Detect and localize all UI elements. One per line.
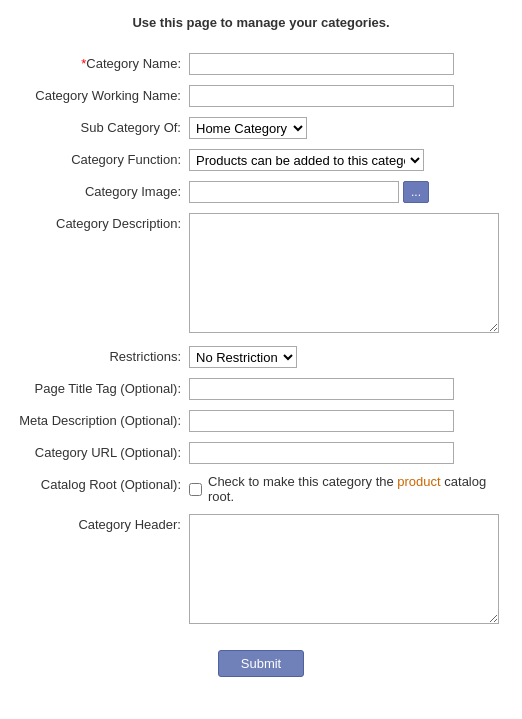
image-row-container: ... — [189, 181, 508, 203]
page-title: Use this page to manage your categories. — [10, 15, 512, 30]
category-function-select[interactable]: Products can be added to this category — [189, 149, 424, 171]
submit-button[interactable]: Submit — [218, 650, 304, 677]
sub-category-cell: Home Category — [185, 112, 512, 144]
page-title-tag-label: Page Title Tag (Optional): — [10, 373, 185, 405]
page-wrapper: Use this page to manage your categories.… — [0, 0, 522, 692]
category-working-name-cell — [185, 80, 512, 112]
catalog-root-text: Check to make this category the product … — [208, 474, 508, 504]
restrictions-label: Restrictions: — [10, 341, 185, 373]
catalog-root-label: Catalog Root (Optional): — [10, 469, 185, 509]
category-working-name-row: Category Working Name: — [10, 80, 512, 112]
catalog-root-row: Catalog Root (Optional): Check to make t… — [10, 469, 512, 509]
restrictions-row: Restrictions: No Restriction — [10, 341, 512, 373]
category-image-cell: ... — [185, 176, 512, 208]
catalog-root-container: Check to make this category the product … — [189, 474, 508, 504]
category-description-textarea[interactable] — [189, 213, 499, 333]
meta-description-cell — [185, 405, 512, 437]
category-function-row: Category Function: Products can be added… — [10, 144, 512, 176]
category-url-row: Category URL (Optional): — [10, 437, 512, 469]
category-header-textarea[interactable] — [189, 514, 499, 624]
category-image-label: Category Image: — [10, 176, 185, 208]
page-title-tag-input[interactable] — [189, 378, 454, 400]
meta-description-input[interactable] — [189, 410, 454, 432]
page-title-tag-row: Page Title Tag (Optional): — [10, 373, 512, 405]
submit-row: Submit — [10, 650, 512, 677]
catalog-root-checkbox[interactable] — [189, 483, 202, 496]
page-title-tag-cell — [185, 373, 512, 405]
category-image-row: Category Image: ... — [10, 176, 512, 208]
browse-button[interactable]: ... — [403, 181, 429, 203]
restrictions-select[interactable]: No Restriction — [189, 346, 297, 368]
category-header-cell — [185, 509, 512, 632]
category-description-cell — [185, 208, 512, 341]
category-name-input[interactable] — [189, 53, 454, 75]
category-function-cell: Products can be added to this category — [185, 144, 512, 176]
category-name-row: *Category Name: — [10, 48, 512, 80]
sub-category-label: Sub Category Of: — [10, 112, 185, 144]
category-working-name-label: Category Working Name: — [10, 80, 185, 112]
catalog-root-cell: Check to make this category the product … — [185, 469, 512, 509]
sub-category-row: Sub Category Of: Home Category — [10, 112, 512, 144]
category-description-label: Category Description: — [10, 208, 185, 341]
category-header-label: Category Header: — [10, 509, 185, 632]
category-image-input[interactable] — [189, 181, 399, 203]
category-name-cell — [185, 48, 512, 80]
restrictions-cell: No Restriction — [185, 341, 512, 373]
category-function-label: Category Function: — [10, 144, 185, 176]
category-url-cell — [185, 437, 512, 469]
category-url-input[interactable] — [189, 442, 454, 464]
category-form: *Category Name: Category Working Name: S… — [10, 48, 512, 632]
category-url-label: Category URL (Optional): — [10, 437, 185, 469]
meta-description-row: Meta Description (Optional): — [10, 405, 512, 437]
category-description-row: Category Description: — [10, 208, 512, 341]
category-name-label: *Category Name: — [10, 48, 185, 80]
sub-category-select[interactable]: Home Category — [189, 117, 307, 139]
category-working-name-input[interactable] — [189, 85, 454, 107]
category-header-row: Category Header: — [10, 509, 512, 632]
meta-description-label: Meta Description (Optional): — [10, 405, 185, 437]
